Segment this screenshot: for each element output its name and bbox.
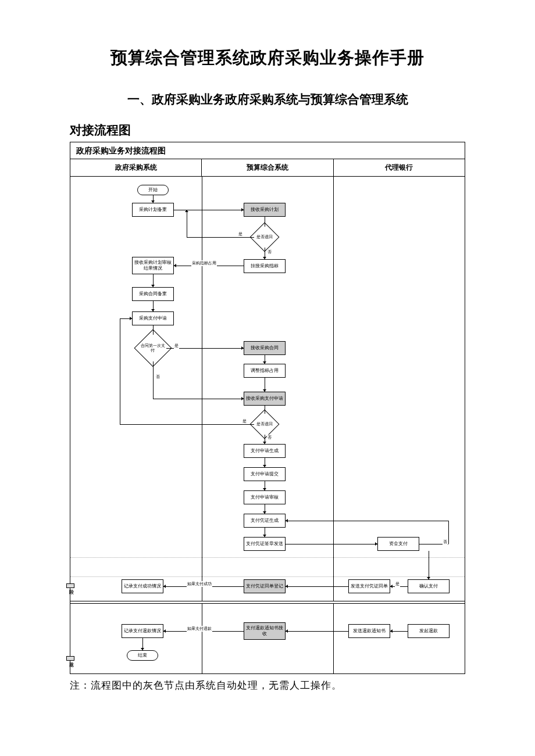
edge-yes: 是 bbox=[238, 231, 243, 237]
edge-no-2: 否 bbox=[155, 374, 160, 380]
lane-header-procurement: 政府采购系统 bbox=[70, 159, 202, 176]
lane-header-bank: 代理银行 bbox=[334, 159, 465, 176]
footnote: 注：流程图中的灰色节点由系统自动处理，无需人工操作。 bbox=[70, 679, 465, 692]
node-pay-audit: 支付申请审核 bbox=[244, 490, 286, 504]
edge-no-3: 否 bbox=[267, 435, 272, 440]
edge-quota: 采购指标占用 bbox=[191, 260, 217, 266]
node-recv-pay-apply: 接收采购支付申请 bbox=[244, 392, 286, 406]
lane-header-budget: 预算综合系统 bbox=[202, 159, 333, 176]
node-refund-notice-recv: 支付退款通知书接收 bbox=[244, 622, 286, 640]
node-recv-contract: 接收采购合同 bbox=[244, 341, 286, 355]
node-voucher-receipt-reg: 支付凭证回单登记 bbox=[244, 579, 286, 593]
edge-yes-3: 是 bbox=[242, 418, 247, 424]
node-recv-audit: 接收采购计划审核结果情况 bbox=[132, 257, 174, 274]
node-pay-submit: 支付申请提交 bbox=[244, 467, 286, 481]
node-init-refund: 发起退款 bbox=[408, 624, 450, 638]
node-confirm-pay: 确认支付 bbox=[408, 579, 450, 593]
edge-no-4: 否 bbox=[443, 539, 448, 545]
node-recv-plan: 接收采购计划 bbox=[244, 203, 286, 217]
node-plan-record: 采购计划备案 bbox=[132, 203, 174, 217]
flowchart-container: 政府采购业务对接流程图 政府采购系统 预算综合系统 代理银行 阶段 退款 开始 … bbox=[70, 142, 465, 674]
phase-tab-pay: 阶段 bbox=[66, 583, 74, 588]
edge-no: 否 bbox=[267, 249, 272, 255]
node-fund-pay: 资金支付 bbox=[377, 537, 419, 551]
node-voucher-gen: 支付凭证生成 bbox=[244, 514, 286, 528]
swimlane-headers: 政府采购系统 预算综合系统 代理银行 bbox=[70, 159, 465, 177]
node-contract-record: 采购合同备案 bbox=[132, 287, 174, 301]
node-record-refund: 记录支付退款情况 bbox=[122, 624, 163, 638]
subheading: 对接流程图 bbox=[70, 122, 535, 138]
page-title: 预算综合管理系统政府采购业务操作手册 bbox=[0, 46, 535, 70]
node-pay-apply: 采购支付申请 bbox=[132, 311, 174, 325]
node-start: 开始 bbox=[137, 185, 169, 195]
node-adjust-ratio: 调整指标占用 bbox=[244, 364, 286, 378]
edge-yes-4: 是 bbox=[395, 581, 400, 587]
phase-divider bbox=[70, 601, 465, 604]
edge-pay-success: 如果支付成功 bbox=[187, 581, 212, 587]
node-send-voucher-receipt: 发送支付凭证回单 bbox=[348, 579, 390, 593]
node-end: 结束 bbox=[127, 650, 158, 661]
node-voucher-sign: 支付凭证签章发送 bbox=[244, 537, 286, 551]
node-pay-gen: 支付申请生成 bbox=[244, 444, 286, 458]
node-quota: 挂接采购指标 bbox=[244, 259, 286, 273]
flowchart-caption: 政府采购业务对接流程图 bbox=[70, 142, 465, 159]
node-send-refund-notice: 发送退款通知书 bbox=[348, 624, 390, 638]
edge-pay-refund: 如果支付退款 bbox=[187, 626, 212, 632]
edge-yes-2: 是 bbox=[174, 343, 179, 349]
flowchart-body: 阶段 退款 开始 采购计划备案 接收采购计划 是否退回 接收采购计划审核结果情况… bbox=[70, 177, 465, 673]
phase-tab-refund: 退款 bbox=[66, 656, 74, 661]
node-record-success: 记录支付成功情况 bbox=[122, 579, 163, 593]
section-heading: 一、政府采购业务政府采购系统与预算综合管理系统 bbox=[70, 88, 465, 112]
